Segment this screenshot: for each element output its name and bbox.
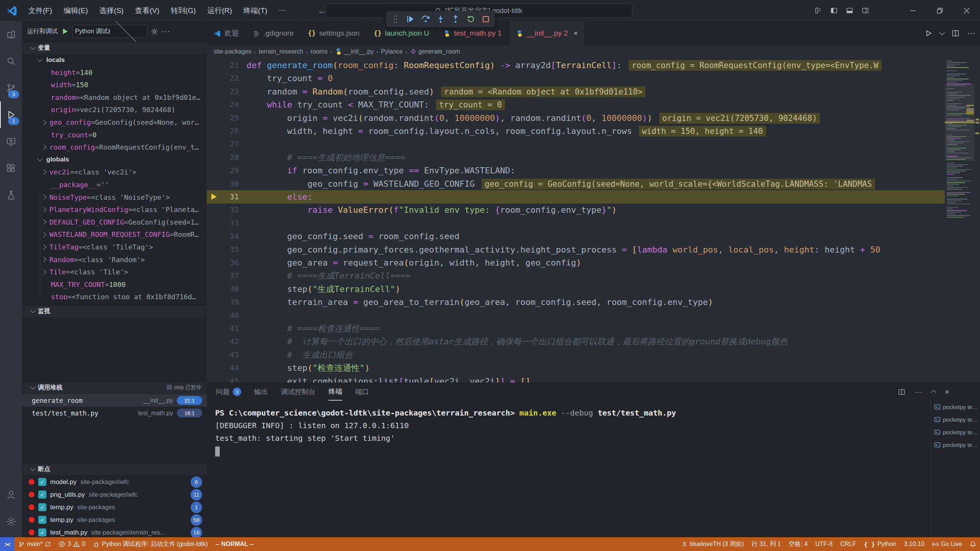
variable-random[interactable]: random = <Random object at 0x1bf9d01e…: [22, 91, 207, 104]
start-debug-icon[interactable]: [61, 27, 69, 36]
crumb-rooms[interactable]: rooms: [310, 48, 327, 55]
tab-[interactable]: 欢迎: [207, 21, 246, 46]
variable-Random[interactable]: Random = <class 'Random'>: [22, 253, 207, 266]
status-eol[interactable]: CRLF: [836, 537, 860, 551]
menu-e[interactable]: 编辑(E): [59, 4, 92, 18]
crumb-__init__py[interactable]: __init__.py: [335, 48, 374, 55]
section-breakpoints[interactable]: 断点: [22, 463, 207, 475]
activity-testing[interactable]: [0, 182, 22, 209]
status-debug-configuration[interactable]: Python 调试程序: 启动文件 (godot-ldtk): [89, 537, 212, 551]
stack-frame-test-test_math-py[interactable]: test/test_math.pytest_math.py16:1: [22, 407, 207, 419]
activity-remote-explorer[interactable]: [0, 128, 22, 155]
tab-settings.json[interactable]: {}settings.json: [301, 21, 367, 46]
terminal-instance[interactable]: pocketpy te…: [931, 439, 980, 451]
activity-source-control[interactable]: 3: [0, 75, 22, 101]
variable-vec2i[interactable]: vec2i = <class 'vec2i'>: [22, 166, 207, 178]
menu-f[interactable]: 文件(F): [24, 4, 57, 18]
tab-__init__.py[interactable]: __init__.py 2×: [509, 21, 585, 46]
panel-more-actions-icon[interactable]: ···: [915, 387, 923, 396]
continue-icon[interactable]: [404, 13, 416, 25]
step-out-icon[interactable]: [449, 13, 462, 25]
step-over-icon[interactable]: [420, 13, 432, 25]
status-git-branch[interactable]: main*: [15, 537, 55, 551]
breakpoint-test_math.py-16[interactable]: ✓test_math.pysite-packages\terrain_res..…: [22, 526, 207, 537]
panel-tab-输出[interactable]: 输出: [254, 383, 268, 401]
panel-tab-终端[interactable]: 终端: [328, 383, 342, 401]
close-panel-icon[interactable]: ×: [945, 388, 949, 396]
variable-NoiseType[interactable]: NoiseType = <class 'NoiseType'>: [22, 191, 207, 204]
terminal-output[interactable]: PS C:\computer_science\godot-ldtk\site-p…: [215, 407, 923, 457]
panel-tab-问题[interactable]: 问题3: [216, 383, 241, 401]
maximize-panel-icon[interactable]: [931, 390, 936, 395]
step-into-icon[interactable]: [434, 13, 447, 25]
status-cursor-position[interactable]: 行 31, 列 1: [748, 537, 784, 551]
close-tab-icon[interactable]: ×: [573, 29, 578, 37]
status-go-live[interactable]: Go Live: [928, 537, 966, 551]
variable-MAX_TRY_COUNT[interactable]: MAX_TRY_COUNT = 1000: [22, 278, 207, 291]
variable-TileTag[interactable]: TileTag = <class 'TileTag'>: [22, 241, 207, 253]
panel-tab-端口[interactable]: 端口: [355, 383, 369, 401]
remote-indicator[interactable]: ><: [0, 537, 15, 551]
variable-origin[interactable]: origin = vec2i(7205730, 9024468): [22, 103, 207, 116]
menu-r[interactable]: 运行(R): [203, 4, 237, 18]
stack-frame-generate_room[interactable]: generate_room__init__.py31:1: [22, 394, 207, 407]
run-dropdown-icon[interactable]: [939, 30, 945, 35]
launch-config-select[interactable]: Python 调试程序: 启: [72, 25, 147, 38]
variable-width[interactable]: width = 150: [22, 78, 207, 91]
minimize-icon[interactable]: [900, 0, 926, 21]
activity-run-and-debug[interactable]: 1: [0, 101, 22, 128]
menu-g[interactable]: 转到(G): [166, 4, 200, 18]
variable-DEFAULT_GEO_CONFIG[interactable]: DEFAULT_GEO_CONFIG = GeoConfig(seed=1…: [22, 216, 207, 228]
breakpoint-png_utils.py-11[interactable]: ✓png_utils.pysite-packages\wfc11: [22, 488, 207, 501]
activity-account[interactable]: [0, 481, 22, 508]
crumb-terrain_research[interactable]: terrain_research: [259, 48, 304, 55]
variable-geo_config[interactable]: geo_config = GeoConfig(seed=None, wor…: [22, 116, 207, 129]
status-problems[interactable]: 30: [55, 537, 89, 551]
more-actions-icon[interactable]: ···: [162, 26, 170, 36]
menu-[interactable]: ···: [274, 4, 291, 18]
split-editor-icon[interactable]: [952, 29, 959, 37]
tab-.gdignore[interactable]: .gdignore: [246, 21, 301, 46]
breakpoint-checkbox[interactable]: ✓: [38, 503, 46, 511]
breakpoint-model.py-6[interactable]: ✓model.pysite-packages\wfc6: [22, 476, 207, 488]
restore-icon[interactable]: [926, 0, 953, 21]
toggle-primary-sidebar-icon[interactable]: [830, 7, 838, 14]
status-notifications-bell[interactable]: [966, 537, 980, 551]
breadcrumb[interactable]: site-packages›terrain_research›rooms›__i…: [207, 46, 980, 57]
variable-WASTELAND_ROOM_REQUEST_CONFIG[interactable]: WASTELAND_ROOM_REQUEST_CONFIG = RoomR…: [22, 228, 207, 241]
activity-settings[interactable]: [0, 508, 22, 535]
panel-tab-调试控制台[interactable]: 调试控制台: [281, 383, 315, 401]
menu-s[interactable]: 选择(S): [95, 4, 128, 18]
minimap[interactable]: [945, 57, 975, 383]
toggle-panel-icon[interactable]: [846, 7, 853, 14]
close-window-icon[interactable]: [953, 0, 980, 21]
variable-room_config[interactable]: room_config = RoomRequestConfig(env_t…: [22, 141, 207, 153]
status-language-mode[interactable]: { }Python: [860, 537, 900, 551]
status-python-version[interactable]: 3.10.10: [900, 537, 928, 551]
code-editor[interactable]: 2021def generate_room(room_config: RoomR…: [207, 57, 980, 383]
crumb-generate_room[interactable]: generate_room: [410, 48, 460, 55]
breakpoint-checkbox[interactable]: ✓: [38, 478, 46, 486]
activity-explorer[interactable]: [0, 21, 22, 48]
breakpoint-checkbox[interactable]: ✓: [38, 491, 46, 499]
breakpoint-checkbox[interactable]: ✓: [38, 528, 46, 536]
variables-group-globals[interactable]: globals: [22, 153, 207, 166]
variable-try_count[interactable]: try_count = 0: [22, 129, 207, 141]
variable-stop[interactable]: stop = <function stop at 0x1bf8d716d…: [22, 290, 207, 299]
run-python-file-icon[interactable]: [925, 29, 933, 37]
customize-layout-icon[interactable]: [815, 7, 822, 14]
variables-group-locals[interactable]: locals: [22, 54, 207, 66]
breakpoint-temp.py-58[interactable]: ✓temp.pysite-packages58: [22, 514, 207, 526]
status-git-blame[interactable]: blueloveTH (3 周前): [678, 537, 748, 551]
activity-extensions[interactable]: [0, 155, 22, 182]
terminal-instance[interactable]: pocketpy te…: [931, 413, 980, 426]
breakpoint-temp.py-1[interactable]: ✓temp.pysite-packages1: [22, 501, 207, 514]
status-indentation[interactable]: 空格: 4: [785, 537, 812, 551]
menu-t[interactable]: 终端(T): [239, 4, 272, 18]
breakpoint-checkbox[interactable]: ✓: [38, 516, 46, 524]
split-terminal-icon[interactable]: [898, 388, 905, 396]
menu-v[interactable]: 查看(V): [131, 4, 164, 18]
terminal-instance[interactable]: pocketpy te…: [931, 401, 980, 413]
activity-search[interactable]: [0, 48, 22, 75]
section-call-stack[interactable]: 调用堆栈 因 step 已暂停: [22, 381, 207, 393]
